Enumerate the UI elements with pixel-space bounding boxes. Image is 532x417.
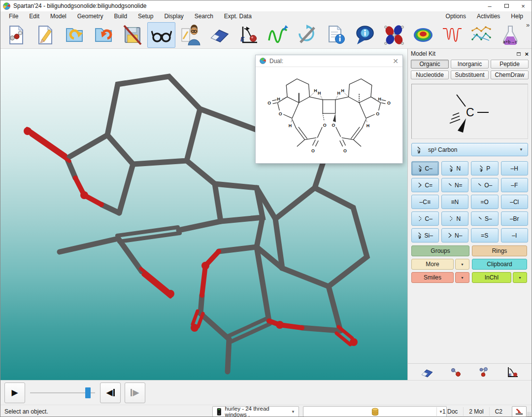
step-forward-button[interactable]: ▶ — [125, 382, 145, 403]
close-file-button[interactable] — [89, 22, 117, 48]
measure-button[interactable] — [264, 22, 292, 48]
menu-setup[interactable]: Setup — [133, 12, 159, 21]
eraser-icon[interactable] — [420, 366, 434, 378]
save-button[interactable] — [118, 22, 146, 48]
sketch-button[interactable] — [31, 22, 59, 48]
database-dropdown[interactable]: ▼ — [303, 406, 447, 417]
window-title: Spartan'24 - biliguhodgsonolide:biliguho… — [13, 2, 147, 9]
dual-close-icon[interactable]: ✕ — [393, 57, 399, 65]
element-sp-carbon[interactable]: –C≡ — [411, 195, 439, 209]
server-dropdown[interactable]: hurley - 24 thread windows . ▼ — [212, 406, 299, 417]
minimize-button[interactable]: – — [481, 0, 498, 11]
minimize-energy-button[interactable]: E — [234, 22, 263, 48]
more-button[interactable]: More — [411, 259, 454, 270]
view-button[interactable] — [147, 22, 175, 48]
element-sp-nitrogen[interactable]: ≡N — [441, 195, 469, 209]
svg-text:O: O — [311, 148, 315, 153]
doc-info-icon — [326, 25, 346, 45]
menu-geometry[interactable]: Geometry — [72, 12, 109, 21]
element-sp3-carbon[interactable]: C– — [411, 161, 439, 175]
menu-build[interactable]: Build — [108, 12, 133, 21]
dual-window-titlebar[interactable]: Dual: ✕ — [256, 55, 402, 67]
database-icon — [371, 408, 379, 416]
toolbar-overflow-chevron[interactable]: » — [524, 21, 532, 29]
smiles-button[interactable]: Smiles — [411, 272, 454, 283]
delete-button[interactable] — [205, 22, 233, 48]
menu-activities[interactable]: Activities — [471, 12, 505, 21]
resize-grip[interactable] — [526, 412, 531, 417]
svg-text:O: O — [279, 111, 282, 116]
spectra-button[interactable] — [438, 22, 466, 48]
inchi-button[interactable]: InChI — [472, 272, 511, 283]
close-button[interactable]: × — [515, 0, 532, 11]
float-panel-icon[interactable] — [517, 52, 521, 56]
element-sp3-nitrogen[interactable]: N — [441, 161, 469, 175]
constrain-button[interactable] — [293, 22, 321, 48]
element-sp3-silicon[interactable]: Si– — [411, 228, 439, 243]
element-sp2-oxygen[interactable]: =O — [471, 195, 499, 209]
eraser-icon — [209, 25, 230, 45]
menu-model[interactable]: Model — [45, 12, 72, 21]
clipboard-button[interactable]: Clipboard — [472, 259, 527, 270]
tab-organic[interactable]: Organic — [411, 60, 449, 69]
tool-selector-dropdown[interactable]: sp³ Carbon ▼ — [411, 143, 528, 156]
element-sp2-carbon[interactable]: C= — [411, 178, 439, 192]
dual-window[interactable]: Dual: ✕ — [255, 55, 403, 164]
output-button[interactable] — [351, 22, 379, 48]
element-iodine[interactable]: –I — [501, 228, 529, 243]
menu-options[interactable]: Options — [440, 12, 471, 21]
element-aromatic-nitrogen[interactable]: N — [441, 211, 469, 226]
element-sp3-oxygen[interactable]: O– — [471, 178, 499, 192]
orbitals-button[interactable] — [380, 22, 408, 48]
element-aromatic-carbon[interactable]: C– — [411, 211, 439, 226]
tab-chemdraw[interactable]: ChemDraw — [491, 70, 529, 79]
bond-icon[interactable] — [449, 366, 463, 378]
element-sp2-nitrogen[interactable]: N= — [441, 178, 469, 192]
element-sp3-phosphorus[interactable]: P — [471, 161, 499, 175]
menu-search[interactable]: Search — [189, 12, 219, 21]
fragment-icon[interactable] — [477, 366, 491, 378]
element-hydrogen[interactable]: –H — [501, 161, 529, 175]
tab-inorganic[interactable]: Inorganic — [451, 60, 489, 69]
reactions-button[interactable]: a+b→c — [496, 22, 524, 48]
menu-help[interactable]: Help — [505, 12, 529, 21]
slider-thumb[interactable] — [85, 387, 91, 398]
element-planar-nitrogen[interactable]: N– — [441, 228, 469, 243]
selected-tool-label: sp³ Carbon — [428, 146, 457, 153]
menu-display[interactable]: Display — [159, 12, 189, 21]
inchi-dropdown-caret[interactable]: ▼ — [513, 272, 527, 283]
menu-expt-data[interactable]: Expt. Data — [219, 12, 257, 21]
properties-button[interactable] — [322, 22, 350, 48]
rings-button[interactable]: Rings — [472, 245, 527, 256]
tab-nucleotide[interactable]: Nucleotide — [411, 70, 449, 79]
element-chlorine[interactable]: –Cl — [501, 195, 529, 209]
menu-file[interactable]: File — [3, 12, 24, 21]
edit-build-button[interactable] — [176, 22, 204, 48]
smiles-dropdown-caret[interactable]: ▼ — [455, 272, 469, 283]
new-build-button[interactable] — [2, 22, 30, 48]
more-dropdown-caret[interactable]: ▼ — [455, 259, 469, 270]
dock-corner-button[interactable] — [512, 406, 527, 417]
open-file-button[interactable] — [60, 22, 88, 48]
glasses-icon — [151, 25, 172, 45]
minimize-icon[interactable]: E — [505, 366, 519, 378]
maximize-button[interactable] — [498, 0, 515, 11]
element-fluorine[interactable]: –F — [501, 178, 529, 192]
frame-slider[interactable] — [30, 387, 95, 398]
element-bromine[interactable]: –Br — [501, 211, 529, 226]
plots-button[interactable] — [467, 22, 495, 48]
chevron-down-icon: ▼ — [519, 147, 523, 152]
surfaces-button[interactable] — [409, 22, 437, 48]
doc-molecule-icon — [6, 25, 27, 45]
tab-peptide[interactable]: Peptide — [491, 60, 529, 69]
svg-text:E: E — [240, 36, 245, 43]
menu-edit[interactable]: Edit — [24, 12, 45, 21]
element-sp3-sulfur[interactable]: S– — [471, 211, 499, 226]
element-sp2-sulfur[interactable]: =S — [471, 228, 499, 243]
close-panel-icon[interactable]: × — [525, 50, 529, 58]
groups-button[interactable]: Groups — [411, 245, 469, 256]
tab-substituent[interactable]: Substituent — [451, 70, 489, 79]
3d-viewport[interactable]: Dual: ✕ — [0, 49, 407, 380]
step-back-button[interactable]: ◀ — [100, 382, 121, 403]
play-button[interactable]: ▶ — [4, 382, 25, 403]
